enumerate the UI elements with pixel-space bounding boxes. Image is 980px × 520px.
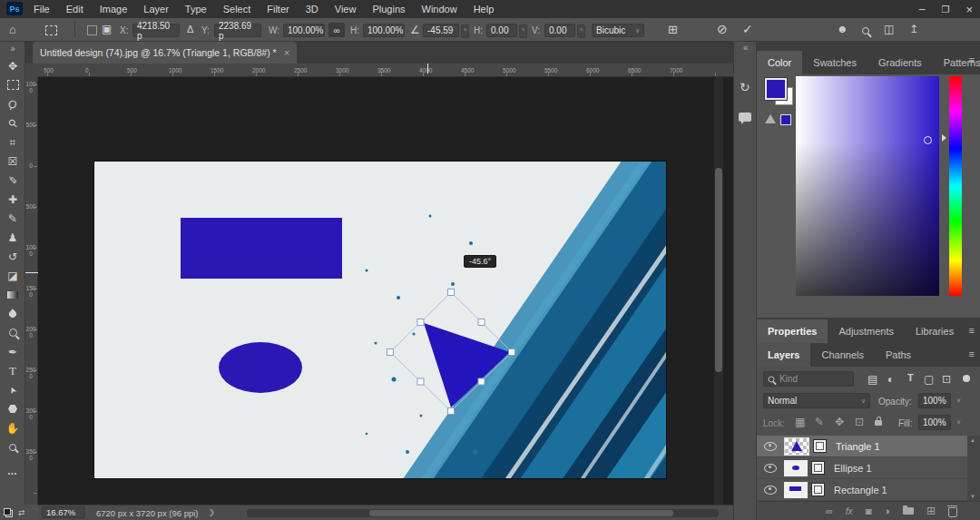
cancel-transform-icon[interactable]: ⊘: [717, 23, 728, 35]
frame-tool[interactable]: ☒: [0, 152, 25, 171]
blur-tool[interactable]: [0, 304, 25, 323]
tab-gradients[interactable]: Gradients: [867, 51, 933, 74]
scrollbar-thumb[interactable]: [715, 168, 722, 372]
menu-item-5[interactable]: Select: [215, 4, 260, 15]
menu-item-4[interactable]: Type: [177, 4, 215, 15]
menu-item-10[interactable]: Window: [414, 4, 466, 15]
new-layer-icon[interactable]: ⊞: [926, 505, 936, 517]
edit-toolbar-button[interactable]: •••: [0, 464, 25, 483]
minimize-button[interactable]: –: [919, 3, 926, 15]
rotation-angle-field[interactable]: -45.59: [423, 24, 459, 37]
layers-list-scrollbar[interactable]: ▲ ▼: [967, 436, 980, 501]
menu-item-8[interactable]: View: [327, 4, 365, 15]
workspace-icon[interactable]: ◫: [884, 24, 894, 34]
collapse-toolbar-button[interactable]: »: [0, 42, 25, 56]
history-panel-icon[interactable]: ↻: [740, 80, 750, 94]
visibility-eye-icon[interactable]: [764, 464, 777, 473]
menu-item-11[interactable]: Help: [466, 4, 503, 15]
zoom-level-field[interactable]: 16.67%: [42, 506, 85, 518]
lasso-tool[interactable]: Ϙ: [0, 94, 25, 113]
pen-tool[interactable]: ✒: [0, 342, 25, 361]
status-popup-chevron-icon[interactable]: ❯: [209, 508, 215, 516]
restore-button[interactable]: ❐: [941, 5, 949, 15]
filter-smart-objects-icon[interactable]: ⊡: [942, 374, 951, 385]
filter-shape-layers-icon[interactable]: ▢: [924, 374, 934, 385]
v-skew-field[interactable]: 0.00: [544, 24, 575, 37]
brush-tool[interactable]: ✎: [0, 209, 25, 228]
ellipse-shape[interactable]: [219, 342, 302, 393]
add-user-icon[interactable]: ☻: [837, 24, 848, 34]
panel-menu-icon[interactable]: ≡: [969, 54, 975, 65]
fill-field[interactable]: 100%: [918, 415, 951, 430]
toggle-reference-point-checkbox[interactable]: [87, 25, 97, 35]
foreground-color-swatch[interactable]: [765, 78, 787, 100]
clone-stamp-tool[interactable]: ♟: [0, 228, 25, 247]
layer-effects-icon[interactable]: fx: [846, 506, 853, 516]
rectangular-marquee-tool[interactable]: [0, 75, 25, 94]
share-icon[interactable]: ↥: [909, 24, 918, 34]
scrollbar-thumb[interactable]: [369, 510, 673, 516]
filter-type-layers-icon[interactable]: T: [907, 373, 914, 383]
dodge-tool[interactable]: [0, 323, 25, 342]
vector-mask-thumbnail[interactable]: [813, 439, 827, 453]
crop-tool[interactable]: ⌗: [0, 132, 25, 152]
height-field[interactable]: 100.00%: [363, 24, 405, 37]
tab-swatches[interactable]: Swatches: [802, 51, 867, 74]
tab-layers[interactable]: Layers: [757, 343, 810, 367]
warp-mode-icon[interactable]: ⊞: [668, 24, 678, 35]
lock-position-icon[interactable]: ✥: [835, 417, 844, 427]
scroll-down-icon[interactable]: ▼: [970, 494, 975, 499]
add-layer-mask-icon[interactable]: ◙: [866, 505, 872, 516]
vector-mask-thumbnail[interactable]: [811, 483, 825, 496]
object-selection-tool[interactable]: ⚲: [0, 113, 25, 132]
layer-row-rectangle[interactable]: Rectangle 1: [757, 479, 980, 500]
panel-menu-icon[interactable]: ≡: [969, 348, 975, 359]
swap-colors-icon[interactable]: ⇄: [18, 508, 25, 517]
type-tool[interactable]: T: [0, 361, 25, 380]
lock-all-icon[interactable]: [875, 420, 882, 426]
eyedropper-tool[interactable]: ✐: [0, 171, 25, 190]
color-field[interactable]: [796, 76, 939, 296]
lock-image-pixels-icon[interactable]: ✎: [815, 417, 824, 427]
move-tool[interactable]: ✥: [0, 56, 25, 75]
zoom-tool[interactable]: [0, 437, 25, 456]
comments-panel-icon[interactable]: [739, 113, 751, 122]
tab-close-icon[interactable]: ×: [284, 47, 289, 58]
filter-toggle-icon[interactable]: [963, 375, 970, 382]
menu-item-9[interactable]: Plugins: [364, 4, 413, 15]
gamut-color-swatch[interactable]: [780, 114, 791, 125]
layer-thumbnail[interactable]: [784, 460, 808, 476]
layer-name[interactable]: Rectangle 1: [834, 485, 887, 495]
lock-artboard-icon[interactable]: ⊡: [855, 417, 864, 427]
path-selection-tool[interactable]: ➤: [0, 380, 25, 399]
link-layers-icon[interactable]: ∞: [826, 505, 833, 516]
lock-transparent-pixels-icon[interactable]: ▦: [795, 417, 805, 427]
menu-item-6[interactable]: Filter: [259, 4, 297, 15]
tab-adjustments[interactable]: Adjustments: [828, 319, 905, 343]
pasteboard[interactable]: -45.6°: [38, 77, 733, 505]
filter-pixel-layers-icon[interactable]: ▤: [867, 374, 877, 385]
eraser-tool[interactable]: ◪: [0, 266, 25, 285]
color-field-marker[interactable]: [924, 136, 932, 144]
menu-item-2[interactable]: Image: [92, 4, 136, 15]
spot-healing-brush-tool[interactable]: ✚: [0, 190, 25, 209]
layer-thumbnail[interactable]: [784, 437, 809, 456]
tab-paths[interactable]: Paths: [875, 343, 922, 367]
layer-name[interactable]: Triangle 1: [836, 441, 880, 452]
menu-item-1[interactable]: Edit: [58, 4, 92, 15]
x-position-field[interactable]: 4218.50 p: [132, 24, 180, 37]
canvas-horizontal-scrollbar[interactable]: [247, 509, 719, 517]
transform-tool-icon[interactable]: [45, 25, 57, 35]
vector-mask-thumbnail[interactable]: [811, 461, 825, 475]
tab-channels[interactable]: Channels: [810, 343, 874, 367]
menu-item-3[interactable]: Layer: [135, 4, 177, 15]
tab-libraries[interactable]: Libraries: [905, 319, 965, 343]
search-icon[interactable]: [862, 27, 869, 34]
collapse-dock-icon[interactable]: «: [743, 43, 749, 53]
visibility-eye-icon[interactable]: [764, 442, 777, 451]
canvas-vertical-scrollbar[interactable]: [714, 77, 723, 505]
scroll-up-icon[interactable]: ▲: [970, 437, 975, 443]
blend-mode-dropdown[interactable]: Normal ∨: [763, 393, 870, 408]
hand-tool[interactable]: ✋: [0, 418, 25, 437]
hue-slider[interactable]: [949, 76, 962, 296]
